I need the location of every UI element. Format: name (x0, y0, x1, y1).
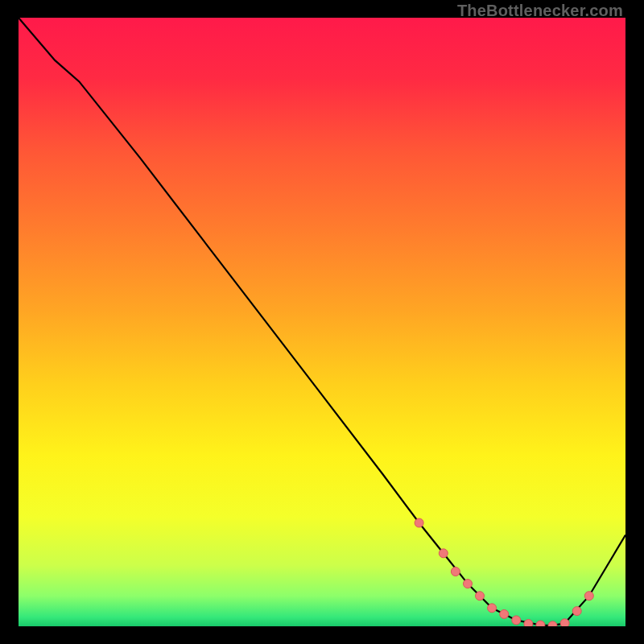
highlight-dot (488, 604, 497, 613)
highlight-dot (524, 620, 533, 627)
highlight-dot (512, 616, 521, 625)
chart-svg (19, 18, 625, 626)
highlight-dot (500, 609, 509, 618)
highlight-dot (536, 621, 545, 626)
highlight-dot (464, 580, 473, 588)
highlight-dot (439, 549, 448, 558)
highlight-dot (584, 592, 593, 601)
highlight-dot (476, 592, 485, 601)
gradient-background (19, 18, 625, 626)
highlight-dot (560, 619, 569, 626)
highlight-dot (415, 518, 423, 527)
highlight-dot (548, 621, 557, 626)
highlight-dot (451, 568, 460, 576)
highlight-dot (572, 607, 581, 616)
